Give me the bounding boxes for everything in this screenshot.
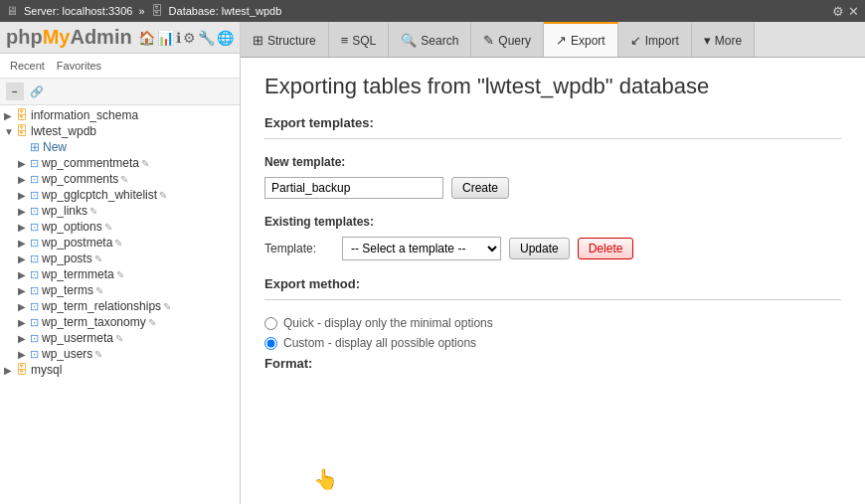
settings-icon[interactable]: ⚙ [832,4,844,19]
expand-icon: ▶ [18,349,30,360]
structure-tab-icon: ⊞ [253,33,263,48]
expand-icon: ▶ [4,365,16,376]
tree-item-wp-links[interactable]: ▶ ⊡ wp_links ✎ [0,203,240,219]
tree-item-wp-commentmeta[interactable]: ▶ ⊡ wp_commentmeta ✎ [0,155,240,171]
tab-import[interactable]: ↙ Import [618,22,692,57]
close-icon[interactable]: ✕ [848,4,859,19]
tree-item-new[interactable]: ⊞ New [0,139,240,155]
tree-label: New [43,140,67,154]
tree-label: wp_links [42,204,87,218]
app-container: 🖥 Server: localhost:3306 » 🗄 Database: l… [0,0,865,504]
tab-search[interactable]: 🔍 Search [389,22,471,57]
tab-query[interactable]: ✎ Query [471,22,544,57]
template-select[interactable]: -- Select a template -- [342,237,501,260]
home-icon[interactable]: 🏠 [138,30,155,46]
existing-templates-section: Existing templates: Template: -- Select … [264,215,841,260]
custom-radio[interactable] [264,337,277,350]
tree-item-information-schema[interactable]: ▶ 🗄 information_schema [0,107,240,123]
tree-label: wp_term_taxonomy [42,315,146,329]
create-template-button[interactable]: Create [451,177,509,199]
table-icon: ⊡ [30,316,39,329]
table-icon: ⊡ [30,205,39,218]
sidebar-header: phpMyAdmin 🏠 📊 ℹ ⚙ 🔧 🌐 [0,22,240,54]
tab-bar: ⊞ Structure ≡ SQL 🔍 Search ✎ Query ↗ [241,22,865,58]
tab-query-label: Query [498,34,531,48]
db-icon: 🗄 [16,363,28,377]
existing-templates-row: Template: -- Select a template -- Update… [264,237,841,260]
globe-icon[interactable]: 🌐 [217,30,234,46]
template-name-input[interactable] [264,177,443,199]
more-tab-icon: ▾ [704,33,711,48]
tree-item-wp-users[interactable]: ▶ ⊡ wp_users ✎ [0,346,240,362]
title-bar-icon: 🖥 [6,4,18,18]
title-bar-actions: ⚙ ✕ [832,4,859,19]
sidebar-nav: Recent Favorites [0,54,240,79]
export-templates-title: Export templates: [264,115,841,130]
tree-item-wp-posts[interactable]: ▶ ⊡ wp_posts ✎ [0,251,240,266]
title-bar-database: Database: lwtest_wpdb [169,5,282,17]
tree-item-mysql[interactable]: ▶ 🗄 mysql [0,362,240,378]
export-tab-icon: ↗ [556,33,567,48]
edit-icon: ✎ [115,333,123,344]
content-body: Exporting tables from "lwtest_wpdb" data… [241,58,865,504]
tree-label: information_schema [31,108,138,122]
link-icon: 🔗 [30,85,44,98]
title-bar: 🖥 Server: localhost:3306 » 🗄 Database: l… [0,0,865,22]
expand-icon: ▶ [18,158,30,169]
expand-icon: ▶ [18,190,30,201]
favorites-button[interactable]: Favorites [53,58,105,74]
tree-item-lwtest-wpdb[interactable]: ▼ 🗄 lwtest_wpdb [0,123,240,139]
tab-sql-label: SQL [352,34,376,48]
tree-item-wp-postmeta[interactable]: ▶ ⊡ wp_postmeta ✎ [0,235,240,251]
collapse-button[interactable]: − [6,83,24,100]
settings-sidebar-icon[interactable]: ⚙ [183,30,196,46]
section-divider [264,138,841,139]
stats-icon[interactable]: 📊 [157,30,174,46]
title-bar-db-icon: 🗄 [151,4,163,18]
logo: phpMyAdmin [6,26,132,49]
edit-icon: ✎ [104,222,112,233]
tools-icon[interactable]: 🔧 [198,30,215,46]
expand-icon: ▶ [18,285,30,296]
expand-icon: ▶ [18,301,30,312]
delete-template-button[interactable]: Delete [578,238,634,259]
tree-item-wp-usermeta[interactable]: ▶ ⊡ wp_usermeta ✎ [0,330,240,346]
tree-label: lwtest_wpdb [31,124,96,138]
table-icon: ⊡ [30,284,39,297]
logo-my: My [43,26,71,48]
table-icon: ⊡ [30,157,39,170]
format-section: Format: [264,356,841,371]
tree-item-wp-term-taxonomy[interactable]: ▶ ⊡ wp_term_taxonomy ✎ [0,314,240,330]
tree-item-wp-comments[interactable]: ▶ ⊡ wp_comments ✎ [0,171,240,187]
tab-export-label: Export [571,34,606,48]
tree-label: wp_terms [42,283,93,297]
tab-structure[interactable]: ⊞ Structure [241,22,329,57]
recent-button[interactable]: Recent [6,58,49,74]
tree-item-wp-gglcptch[interactable]: ▶ ⊡ wp_gglcptch_whitelist ✎ [0,187,240,203]
custom-label: Custom - display all possible options [283,336,476,350]
table-icon: ⊡ [30,173,39,186]
tab-sql[interactable]: ≡ SQL [329,22,390,57]
edit-icon: ✎ [141,158,149,169]
tree-item-wp-options[interactable]: ▶ ⊡ wp_options ✎ [0,219,240,235]
edit-icon: ✎ [95,285,103,296]
expand-icon: ▶ [18,206,30,217]
tree-item-wp-termmeta[interactable]: ▶ ⊡ wp_termmeta ✎ [0,266,240,282]
tree-item-wp-terms[interactable]: ▶ ⊡ wp_terms ✎ [0,282,240,298]
tree-item-wp-term-relationships[interactable]: ▶ ⊡ wp_term_relationships ✎ [0,298,240,314]
sidebar-tree[interactable]: ▶ 🗄 information_schema ▼ 🗄 lwtest_wpdb ⊞… [0,105,240,504]
info-icon[interactable]: ℹ [176,30,181,46]
tree-label: wp_gglcptch_whitelist [42,188,157,202]
tab-export[interactable]: ↗ Export [544,22,618,57]
tree-label: wp_options [42,220,102,234]
export-method-title: Export method: [264,276,841,291]
edit-icon: ✎ [163,301,171,312]
update-template-button[interactable]: Update [509,238,570,259]
edit-icon: ✎ [94,253,102,264]
search-tab-icon: 🔍 [401,33,417,48]
new-template-label: New template: [264,155,841,169]
expand-icon: ▼ [4,126,16,137]
quick-radio[interactable] [264,317,277,330]
tab-more[interactable]: ▾ More [692,22,755,57]
tree-label: wp_usermeta [42,331,113,345]
